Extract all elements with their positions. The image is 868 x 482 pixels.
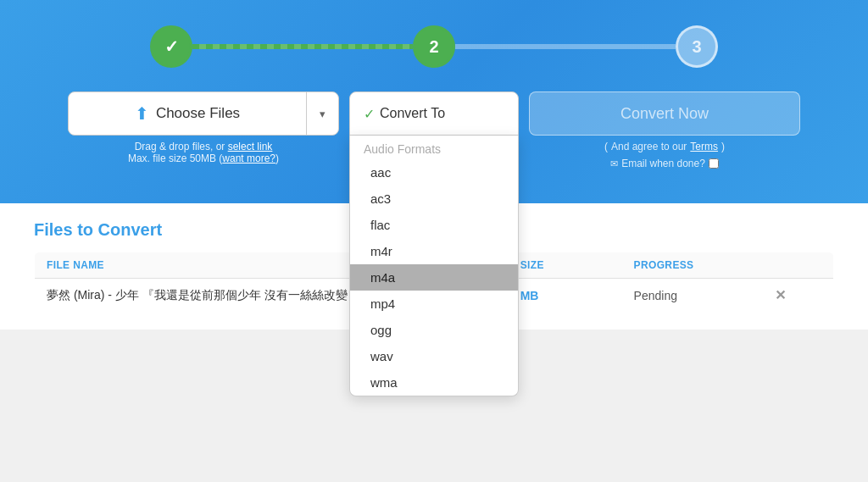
choose-files-button[interactable]: ⬆ Choose Files ▾ xyxy=(68,91,339,136)
max-file-text: Max. file size 50MB ( xyxy=(128,152,222,164)
email-icon: ✉ xyxy=(610,158,618,169)
col-header-action xyxy=(763,252,833,279)
email-row: ✉ Email when done? xyxy=(610,158,719,169)
step-3-circle: 3 xyxy=(676,25,718,68)
file-progress-value: Pending xyxy=(634,289,677,302)
drag-drop-text: Drag & drop files, or xyxy=(135,141,228,152)
format-mp4[interactable]: mp4 xyxy=(350,291,518,317)
agree-terms-text: ( And agree to our Terms ) xyxy=(604,141,725,152)
choose-files-dropdown-arrow[interactable]: ▾ xyxy=(306,92,338,135)
convert-to-label: Convert To xyxy=(380,106,445,121)
audio-formats-category: Audio Formats xyxy=(350,136,518,159)
email-when-done-label: Email when done? xyxy=(621,158,705,169)
agree-prefix: ( xyxy=(604,141,608,152)
format-wma[interactable]: wma xyxy=(350,369,518,396)
col-header-progress: PROGRESS xyxy=(622,252,764,279)
format-m4a[interactable]: m4a xyxy=(350,264,518,291)
step-line-1 xyxy=(192,44,413,49)
format-dropdown-menu: Audio Formats aac ac3 flac m4r m4a mp4 o… xyxy=(349,136,519,396)
convert-now-wrapper: Convert Now ( And agree to our Terms ) ✉… xyxy=(529,91,800,169)
upload-icon: ⬆ xyxy=(135,103,149,124)
step-1-circle: ✓ xyxy=(150,25,192,68)
checkmark-icon: ✓ xyxy=(364,106,375,122)
format-aac[interactable]: aac xyxy=(350,159,518,186)
choose-files-sub: Drag & drop files, or select link Max. f… xyxy=(128,141,279,164)
section-title-prefix: Files to xyxy=(34,220,98,239)
want-more-suffix: ) xyxy=(275,152,279,164)
agree-suffix: ) xyxy=(721,141,725,152)
top-section: ✓ 2 3 ⬆ Choose Files ▾ Drag & drop files… xyxy=(0,0,868,203)
agree-text: And agree to our xyxy=(611,141,687,152)
select-link[interactable]: select link xyxy=(228,141,273,152)
dropdown-arrow-icon: ▾ xyxy=(320,108,326,120)
choose-files-main: ⬆ Choose Files xyxy=(69,103,306,124)
email-checkbox[interactable] xyxy=(709,158,719,169)
section-title-highlight: Convert xyxy=(98,220,163,239)
step-line-2 xyxy=(455,44,676,49)
choose-files-label: Choose Files xyxy=(156,105,240,122)
convert-to-wrapper: ✓ Convert To Audio Formats aac ac3 flac … xyxy=(349,91,519,169)
format-flac[interactable]: flac xyxy=(350,212,518,238)
format-ogg[interactable]: ogg xyxy=(350,317,518,343)
format-wav[interactable]: wav xyxy=(350,343,518,369)
remove-file-button[interactable]: ✕ xyxy=(775,288,786,302)
steps-row: ✓ 2 3 xyxy=(34,25,834,68)
action-row: ⬆ Choose Files ▾ Drag & drop files, or s… xyxy=(34,91,834,169)
convert-to-button[interactable]: ✓ Convert To xyxy=(349,91,519,136)
file-progress-cell: Pending xyxy=(622,279,764,313)
file-action-cell: ✕ xyxy=(763,279,833,313)
terms-link[interactable]: Terms xyxy=(690,141,718,152)
choose-files-wrapper: ⬆ Choose Files ▾ Drag & drop files, or s… xyxy=(68,91,339,169)
want-more-link[interactable]: want more? xyxy=(222,152,275,164)
convert-now-label: Convert Now xyxy=(620,105,709,123)
convert-now-button[interactable]: Convert Now xyxy=(529,91,800,136)
format-ac3[interactable]: ac3 xyxy=(350,186,518,212)
format-m4r[interactable]: m4r xyxy=(350,238,518,264)
step-2-circle: 2 xyxy=(413,25,455,68)
